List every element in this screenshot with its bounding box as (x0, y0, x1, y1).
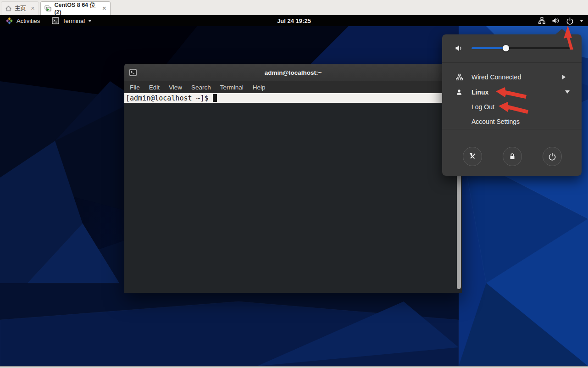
network-row[interactable]: Wired Connected (442, 70, 582, 84)
status-tray[interactable] (538, 15, 583, 26)
account-settings-item[interactable]: Account Settings (442, 114, 582, 129)
terminal-cursor (213, 94, 217, 102)
tab-home[interactable]: 主页 ✕ (1, 1, 39, 15)
settings-button[interactable] (463, 147, 482, 166)
expand-arrow-icon (565, 90, 570, 96)
menu-item-terminal[interactable]: Terminal (216, 84, 248, 91)
power-button[interactable] (543, 147, 562, 166)
vm-console-icon (44, 5, 51, 12)
network-status-icon (538, 17, 546, 24)
network-label: Wired Connected (472, 73, 521, 81)
user-icon (455, 89, 463, 96)
volume-knob[interactable] (503, 45, 509, 51)
home-icon (5, 5, 12, 12)
user-label: Linux (472, 89, 488, 96)
speaker-icon (455, 44, 463, 52)
lock-button[interactable] (503, 147, 522, 166)
tab-vm-close-icon[interactable]: ✕ (102, 6, 106, 11)
account-settings-label: Account Settings (472, 118, 520, 125)
terminal-prompt-line[interactable]: [admin@localhost ~]$ (124, 93, 455, 103)
vm-tab-bar: 主页 ✕ CentOS 8 64 位 (2) ✕ (0, 0, 588, 15)
volume-slider[interactable] (472, 47, 570, 49)
menu-item-view[interactable]: View (164, 84, 187, 91)
host-window-edge (0, 366, 588, 368)
menu-pointer-caret (555, 29, 568, 34)
menu-separator (442, 129, 582, 129)
tab-vm-centos[interactable]: CentOS 8 64 位 (2) ✕ (40, 1, 111, 15)
terminal-titlebar[interactable]: admin@localhost:~ (124, 64, 462, 81)
terminal-body[interactable] (124, 103, 462, 293)
menu-item-edit[interactable]: Edit (144, 84, 164, 91)
terminal-menubar: File Edit View Search Terminal Help (124, 81, 462, 93)
system-status-menu: Wired Connected Linux Log Out Account Se… (442, 34, 582, 176)
network-wired-icon (455, 73, 463, 81)
settings-icon (468, 152, 477, 161)
user-row[interactable]: Linux (442, 85, 582, 100)
volume-status-icon (552, 17, 560, 24)
volume-row (442, 34, 582, 62)
submenu-arrow-icon (562, 75, 568, 79)
menu-item-file[interactable]: File (125, 84, 144, 91)
terminal-window: admin@localhost:~ File Edit View Search … (124, 64, 462, 293)
tray-caret-icon (580, 20, 583, 24)
menu-separator (442, 62, 582, 63)
log-out-label: Log Out (472, 103, 494, 111)
screen: 主页 ✕ CentOS 8 64 位 (2) ✕ Activities (0, 0, 588, 368)
tab-home-label: 主页 (15, 5, 26, 12)
tab-vm-label: CentOS 8 64 位 (2) (54, 1, 99, 16)
tab-home-close-icon[interactable]: ✕ (31, 6, 35, 11)
volume-fill (472, 47, 506, 49)
terminal-window-icon (129, 69, 137, 76)
power-status-icon (566, 17, 574, 25)
menu-item-help[interactable]: Help (248, 84, 270, 91)
prompt-text: [admin@localhost ~]$ (126, 94, 209, 102)
gnome-top-bar: Activities Terminal Jul 24 19:25 (0, 15, 588, 26)
terminal-title: admin@localhost:~ (265, 69, 322, 76)
menu-item-search[interactable]: Search (187, 84, 216, 91)
lock-icon (508, 152, 516, 161)
log-out-item[interactable]: Log Out (442, 100, 582, 114)
power-icon (548, 152, 556, 161)
clock[interactable]: Jul 24 19:25 (0, 15, 588, 26)
